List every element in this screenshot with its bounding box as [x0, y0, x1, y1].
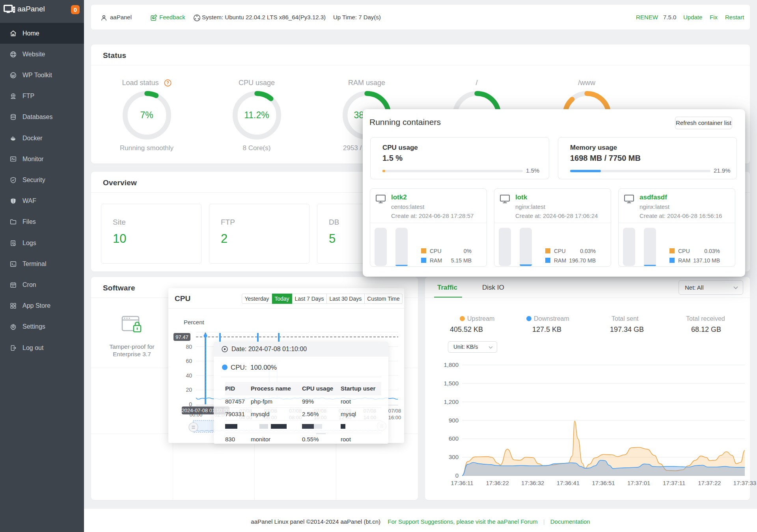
svg-text:Percent: Percent	[184, 319, 205, 326]
svg-text:07/08: 07/08	[388, 408, 401, 414]
svg-text:17:37:33: 17:37:33	[733, 480, 756, 486]
svg-text:1,800: 1,800	[444, 361, 459, 368]
svg-text:17:36:22: 17:36:22	[486, 480, 509, 486]
svg-text:16:00: 16:00	[388, 415, 401, 420]
svg-text:600: 600	[449, 435, 459, 442]
svg-text:17:37:01: 17:37:01	[627, 480, 650, 486]
svg-text:1,500: 1,500	[444, 380, 459, 387]
svg-text:80: 80	[186, 344, 192, 350]
svg-text:300: 300	[449, 454, 459, 460]
svg-text:20: 20	[186, 387, 192, 393]
svg-text:17:37:11: 17:37:11	[663, 480, 685, 486]
svg-text:0: 0	[455, 472, 459, 479]
svg-text:17:36:41: 17:36:41	[557, 480, 580, 486]
svg-text:17:36:11: 17:36:11	[451, 480, 473, 486]
svg-text:900: 900	[449, 417, 459, 424]
svg-text:60: 60	[186, 358, 192, 364]
svg-text:17:37:22: 17:37:22	[698, 480, 721, 486]
svg-text:17:36:51: 17:36:51	[592, 480, 615, 486]
svg-text:40: 40	[186, 372, 192, 379]
svg-text:1,200: 1,200	[444, 398, 459, 405]
svg-text:17:36:32: 17:36:32	[521, 480, 544, 486]
svg-text:?: ?	[166, 80, 169, 85]
svg-text:97.47: 97.47	[175, 334, 188, 340]
